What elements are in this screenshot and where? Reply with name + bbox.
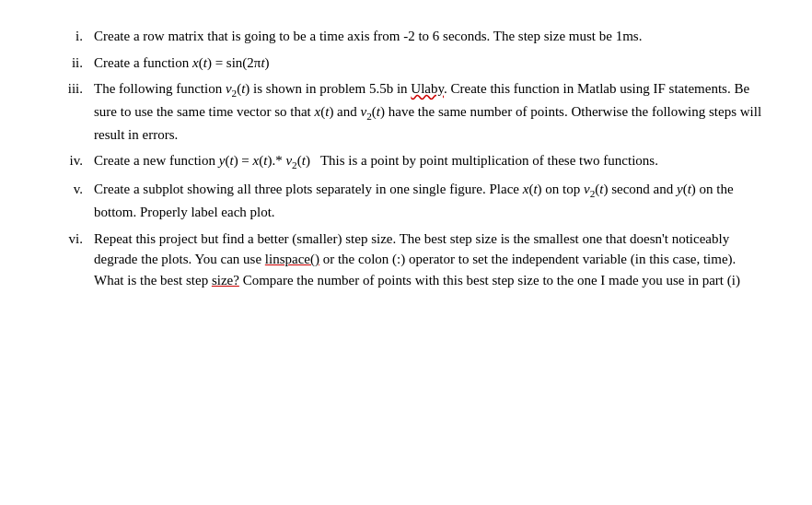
math-t: t [203,55,207,70]
list-item-ii: ii. Create a function x(t) = sin(2πt) [44,53,768,74]
content-i: Create a row matrix that is going to be … [94,26,768,47]
content-vi: Repeat this project but find a better (s… [94,229,768,291]
math-x: x [192,55,199,70]
list-item-iii: iii. The following function v2(t) is sho… [44,78,768,145]
page: i. Create a row matrix that is going to … [0,0,812,505]
label-v: v. [44,179,94,222]
math-v2: v [226,81,232,96]
list-item-v: v. Create a subplot showing all three pl… [44,179,768,222]
math-t7: t [263,153,267,168]
math-yt2: y [677,182,683,196]
math-t2: t [261,55,264,70]
list-item-iv: iv. Create a new function y(t) = x(t).* … [44,150,768,173]
size-underline: size? [212,273,239,288]
math-v2t2-sub: 2 [292,159,297,170]
label-iv: iv. [44,150,94,173]
math-t10: t [599,182,603,196]
label-iii: iii. [44,78,94,145]
math-t3: t [241,81,245,96]
linspace-underline: linspace() [265,252,319,266]
math-t6: t [229,153,233,168]
math-v2t3-sub: 2 [590,188,596,199]
math-t5: t [377,104,380,119]
math-xt3: x [523,182,529,196]
content-v: Create a subplot showing all three plots… [94,179,768,222]
math-t4: t [325,104,329,119]
label-i: i. [44,26,94,47]
content-ii: Create a function x(t) = sin(2πt) [94,53,768,74]
list-item-vi: vi. Repeat this project but find a bette… [44,229,768,291]
content-iii: The following function v2(t) is shown in… [94,78,768,145]
math-t9: t [533,182,537,196]
list-item-i: i. Create a row matrix that is going to … [44,26,768,47]
content-iv: Create a new function y(t) = x(t).* v2(t… [94,150,768,173]
math-v2t-sub: 2 [366,111,372,122]
math-xt2: x [253,153,260,168]
label-ii: ii. [44,53,94,74]
math-yt: y [219,153,226,168]
math-v2t3: v [584,182,590,196]
ulaby-underline: Ulaby [411,81,444,96]
math-t8: t [302,153,306,168]
math-v2-sub: 2 [232,88,238,99]
math-xt: x [315,104,321,119]
list-container: i. Create a row matrix that is going to … [44,26,768,290]
label-vi: vi. [44,229,94,291]
math-t11: t [688,182,691,196]
